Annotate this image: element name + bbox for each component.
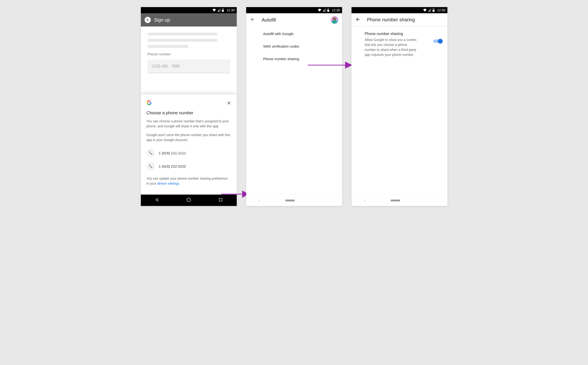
battery-icon bbox=[327, 8, 329, 12]
phone-input[interactable] bbox=[147, 59, 230, 73]
battery-icon bbox=[222, 8, 224, 12]
app-title: Sign up bbox=[154, 17, 170, 23]
phone-field-label: Phone number bbox=[147, 52, 230, 56]
phone-number-text: 1 (415) 222-2222 bbox=[159, 164, 186, 168]
settings-list: Autofill with Google SMS verification co… bbox=[246, 27, 342, 65]
skeleton-line bbox=[147, 33, 218, 35]
status-bar: 12:30 bbox=[351, 7, 447, 13]
battery-icon bbox=[433, 8, 435, 12]
back-arrow-icon[interactable] bbox=[250, 17, 255, 23]
screen-header: Autofill bbox=[246, 13, 342, 27]
skeleton-line bbox=[147, 45, 189, 48]
sheet-paragraph: Google won't store the phone number you … bbox=[147, 133, 231, 142]
note-suffix: . bbox=[179, 182, 180, 185]
nav-back-chevron-icon[interactable]: ‹ bbox=[259, 198, 260, 203]
status-time: 12:30 bbox=[226, 8, 235, 12]
account-avatar[interactable] bbox=[331, 16, 338, 24]
list-item-sms-codes[interactable]: SMS verification codes bbox=[246, 40, 342, 53]
back-arrow-icon[interactable] bbox=[355, 17, 361, 23]
phone-number-text: 1 (415) 111-1111 bbox=[159, 151, 186, 155]
setting-row: Phone number sharing Allow Google to sho… bbox=[351, 27, 447, 57]
sheet-title: Choose a phone number bbox=[147, 111, 231, 116]
phone-icon bbox=[147, 162, 155, 170]
nav-back-icon[interactable] bbox=[154, 198, 159, 203]
wifi-icon bbox=[212, 9, 216, 12]
sheet-paragraph: You can choose a phone number that's ass… bbox=[147, 119, 231, 129]
phone-option[interactable]: 1 (415) 222-2222 bbox=[147, 160, 231, 173]
nav-home-icon[interactable] bbox=[186, 197, 191, 203]
phone-sharing-toggle[interactable] bbox=[433, 38, 443, 44]
phone-picker-sheet: ✕ Choose a phone number You can choose a… bbox=[141, 94, 237, 195]
nav-overview-icon[interactable] bbox=[218, 198, 223, 203]
phone-option[interactable]: 1 (415) 111-1111 bbox=[147, 146, 231, 160]
setting-title: Phone number sharing bbox=[365, 32, 429, 36]
nav-home-pill[interactable] bbox=[391, 200, 400, 201]
status-time: 12:30 bbox=[437, 8, 445, 12]
svg-rect-11 bbox=[433, 8, 434, 9]
screen-autofill-settings: 12:30 Autofill Autofill with Google SMS … bbox=[246, 7, 342, 206]
phone-icon bbox=[147, 149, 155, 157]
settings-note: You can update your phone number sharing… bbox=[147, 176, 231, 186]
page-title: Autofill bbox=[262, 17, 324, 23]
android-nav-bar bbox=[141, 195, 237, 206]
svg-rect-1 bbox=[223, 8, 224, 9]
device-settings-link[interactable]: device settings bbox=[157, 182, 179, 185]
page-title: Phone number sharing bbox=[367, 17, 444, 22]
gesture-nav-bar: ‹ bbox=[246, 195, 342, 206]
svg-rect-4 bbox=[219, 198, 222, 201]
wifi-icon bbox=[318, 9, 322, 12]
svg-point-3 bbox=[187, 198, 190, 202]
status-bar: 12:30 bbox=[246, 7, 342, 13]
close-icon[interactable]: ✕ bbox=[227, 101, 231, 106]
skeleton-line bbox=[147, 39, 218, 42]
status-time: 12:30 bbox=[332, 8, 340, 12]
gesture-nav-bar: ‹ bbox=[351, 195, 447, 206]
svg-rect-12 bbox=[433, 10, 434, 12]
signup-form: Phone number bbox=[141, 27, 237, 76]
svg-rect-2 bbox=[222, 10, 224, 12]
nav-back-chevron-icon[interactable]: ‹ bbox=[364, 198, 365, 203]
google-logo-icon bbox=[147, 100, 152, 106]
wifi-icon bbox=[423, 9, 427, 12]
list-item-phone-sharing[interactable]: Phone number sharing bbox=[246, 53, 342, 65]
screen-phone-sharing-setting: 12:30 Phone number sharing Phone number … bbox=[351, 7, 447, 206]
screen-header: Phone number sharing bbox=[351, 13, 447, 27]
app-top-bar: E Sign up bbox=[141, 13, 237, 27]
svg-rect-8 bbox=[327, 10, 329, 12]
app-badge: E bbox=[144, 16, 151, 23]
list-item-autofill-google[interactable]: Autofill with Google bbox=[246, 28, 342, 40]
nav-home-pill[interactable] bbox=[285, 200, 295, 201]
status-bar: 12:30 bbox=[141, 7, 237, 13]
cell-icon bbox=[428, 9, 431, 12]
svg-rect-7 bbox=[328, 8, 329, 9]
cell-icon bbox=[217, 9, 220, 12]
setting-description: Allow Google to show you a screen that l… bbox=[365, 37, 419, 57]
screen-signup: 12:30 E Sign up Phone number ✕ Choose a … bbox=[141, 7, 237, 206]
cell-icon bbox=[323, 9, 326, 12]
